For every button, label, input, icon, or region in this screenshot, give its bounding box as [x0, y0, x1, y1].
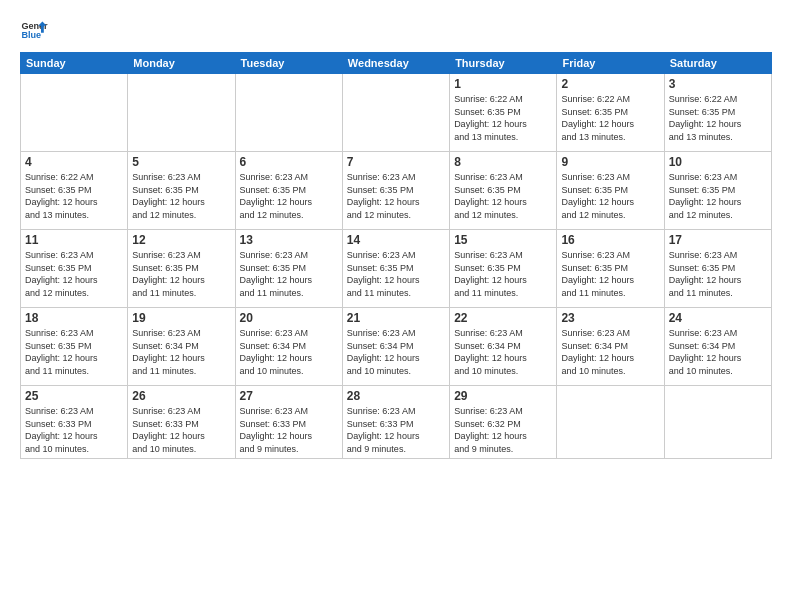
calendar-cell: 22Sunrise: 6:23 AM Sunset: 6:34 PM Dayli…: [450, 308, 557, 386]
calendar-cell: 7Sunrise: 6:23 AM Sunset: 6:35 PM Daylig…: [342, 152, 449, 230]
weekday-header: Monday: [128, 53, 235, 74]
day-info: Sunrise: 6:23 AM Sunset: 6:35 PM Dayligh…: [669, 249, 767, 299]
day-number: 12: [132, 233, 230, 247]
day-number: 6: [240, 155, 338, 169]
weekday-header: Saturday: [664, 53, 771, 74]
day-number: 14: [347, 233, 445, 247]
calendar-cell: 6Sunrise: 6:23 AM Sunset: 6:35 PM Daylig…: [235, 152, 342, 230]
calendar-cell: 3Sunrise: 6:22 AM Sunset: 6:35 PM Daylig…: [664, 74, 771, 152]
calendar-cell: 9Sunrise: 6:23 AM Sunset: 6:35 PM Daylig…: [557, 152, 664, 230]
day-number: 21: [347, 311, 445, 325]
day-number: 28: [347, 389, 445, 403]
day-info: Sunrise: 6:23 AM Sunset: 6:35 PM Dayligh…: [454, 171, 552, 221]
calendar-cell: 4Sunrise: 6:22 AM Sunset: 6:35 PM Daylig…: [21, 152, 128, 230]
logo-icon: General Blue: [20, 16, 48, 44]
day-number: 19: [132, 311, 230, 325]
calendar-cell: 27Sunrise: 6:23 AM Sunset: 6:33 PM Dayli…: [235, 386, 342, 459]
day-number: 5: [132, 155, 230, 169]
calendar-cell: 21Sunrise: 6:23 AM Sunset: 6:34 PM Dayli…: [342, 308, 449, 386]
day-number: 20: [240, 311, 338, 325]
day-info: Sunrise: 6:23 AM Sunset: 6:35 PM Dayligh…: [347, 171, 445, 221]
day-number: 7: [347, 155, 445, 169]
day-info: Sunrise: 6:22 AM Sunset: 6:35 PM Dayligh…: [669, 93, 767, 143]
day-number: 29: [454, 389, 552, 403]
calendar-cell: 26Sunrise: 6:23 AM Sunset: 6:33 PM Dayli…: [128, 386, 235, 459]
day-info: Sunrise: 6:23 AM Sunset: 6:34 PM Dayligh…: [132, 327, 230, 377]
calendar-cell: 19Sunrise: 6:23 AM Sunset: 6:34 PM Dayli…: [128, 308, 235, 386]
calendar-cell: [21, 74, 128, 152]
day-info: Sunrise: 6:22 AM Sunset: 6:35 PM Dayligh…: [454, 93, 552, 143]
calendar-week-row: 11Sunrise: 6:23 AM Sunset: 6:35 PM Dayli…: [21, 230, 772, 308]
day-number: 22: [454, 311, 552, 325]
day-number: 16: [561, 233, 659, 247]
calendar-cell: 13Sunrise: 6:23 AM Sunset: 6:35 PM Dayli…: [235, 230, 342, 308]
calendar-cell: 2Sunrise: 6:22 AM Sunset: 6:35 PM Daylig…: [557, 74, 664, 152]
calendar-week-row: 25Sunrise: 6:23 AM Sunset: 6:33 PM Dayli…: [21, 386, 772, 459]
calendar-cell: 18Sunrise: 6:23 AM Sunset: 6:35 PM Dayli…: [21, 308, 128, 386]
calendar-header-row: SundayMondayTuesdayWednesdayThursdayFrid…: [21, 53, 772, 74]
day-info: Sunrise: 6:23 AM Sunset: 6:35 PM Dayligh…: [25, 249, 123, 299]
calendar-cell: 25Sunrise: 6:23 AM Sunset: 6:33 PM Dayli…: [21, 386, 128, 459]
weekday-header: Wednesday: [342, 53, 449, 74]
day-number: 18: [25, 311, 123, 325]
calendar-cell: 17Sunrise: 6:23 AM Sunset: 6:35 PM Dayli…: [664, 230, 771, 308]
day-info: Sunrise: 6:23 AM Sunset: 6:33 PM Dayligh…: [25, 405, 123, 455]
page-header: General Blue: [20, 16, 772, 44]
weekday-header: Thursday: [450, 53, 557, 74]
calendar-cell: [664, 386, 771, 459]
day-number: 1: [454, 77, 552, 91]
calendar-cell: 11Sunrise: 6:23 AM Sunset: 6:35 PM Dayli…: [21, 230, 128, 308]
day-info: Sunrise: 6:22 AM Sunset: 6:35 PM Dayligh…: [25, 171, 123, 221]
calendar-cell: 5Sunrise: 6:23 AM Sunset: 6:35 PM Daylig…: [128, 152, 235, 230]
calendar-week-row: 1Sunrise: 6:22 AM Sunset: 6:35 PM Daylig…: [21, 74, 772, 152]
calendar-cell: [342, 74, 449, 152]
calendar-cell: 16Sunrise: 6:23 AM Sunset: 6:35 PM Dayli…: [557, 230, 664, 308]
calendar-cell: [557, 386, 664, 459]
weekday-header: Tuesday: [235, 53, 342, 74]
day-number: 11: [25, 233, 123, 247]
day-number: 25: [25, 389, 123, 403]
day-info: Sunrise: 6:23 AM Sunset: 6:35 PM Dayligh…: [669, 171, 767, 221]
day-number: 2: [561, 77, 659, 91]
day-number: 8: [454, 155, 552, 169]
calendar-table: SundayMondayTuesdayWednesdayThursdayFrid…: [20, 52, 772, 459]
day-info: Sunrise: 6:23 AM Sunset: 6:34 PM Dayligh…: [561, 327, 659, 377]
day-number: 24: [669, 311, 767, 325]
day-number: 23: [561, 311, 659, 325]
day-info: Sunrise: 6:23 AM Sunset: 6:34 PM Dayligh…: [347, 327, 445, 377]
day-number: 15: [454, 233, 552, 247]
calendar-cell: 15Sunrise: 6:23 AM Sunset: 6:35 PM Dayli…: [450, 230, 557, 308]
day-info: Sunrise: 6:23 AM Sunset: 6:35 PM Dayligh…: [561, 171, 659, 221]
weekday-header: Sunday: [21, 53, 128, 74]
day-info: Sunrise: 6:23 AM Sunset: 6:34 PM Dayligh…: [454, 327, 552, 377]
calendar-cell: [235, 74, 342, 152]
day-number: 17: [669, 233, 767, 247]
weekday-header: Friday: [557, 53, 664, 74]
calendar-cell: 1Sunrise: 6:22 AM Sunset: 6:35 PM Daylig…: [450, 74, 557, 152]
day-info: Sunrise: 6:23 AM Sunset: 6:34 PM Dayligh…: [669, 327, 767, 377]
day-info: Sunrise: 6:23 AM Sunset: 6:34 PM Dayligh…: [240, 327, 338, 377]
day-info: Sunrise: 6:23 AM Sunset: 6:33 PM Dayligh…: [347, 405, 445, 455]
calendar-cell: 14Sunrise: 6:23 AM Sunset: 6:35 PM Dayli…: [342, 230, 449, 308]
calendar-cell: 12Sunrise: 6:23 AM Sunset: 6:35 PM Dayli…: [128, 230, 235, 308]
calendar-cell: 24Sunrise: 6:23 AM Sunset: 6:34 PM Dayli…: [664, 308, 771, 386]
calendar-cell: 8Sunrise: 6:23 AM Sunset: 6:35 PM Daylig…: [450, 152, 557, 230]
day-info: Sunrise: 6:23 AM Sunset: 6:33 PM Dayligh…: [132, 405, 230, 455]
day-info: Sunrise: 6:23 AM Sunset: 6:32 PM Dayligh…: [454, 405, 552, 455]
calendar-cell: 10Sunrise: 6:23 AM Sunset: 6:35 PM Dayli…: [664, 152, 771, 230]
day-info: Sunrise: 6:23 AM Sunset: 6:35 PM Dayligh…: [240, 171, 338, 221]
day-info: Sunrise: 6:23 AM Sunset: 6:35 PM Dayligh…: [561, 249, 659, 299]
calendar-week-row: 4Sunrise: 6:22 AM Sunset: 6:35 PM Daylig…: [21, 152, 772, 230]
svg-text:Blue: Blue: [21, 30, 41, 40]
day-info: Sunrise: 6:23 AM Sunset: 6:35 PM Dayligh…: [240, 249, 338, 299]
day-number: 3: [669, 77, 767, 91]
calendar-week-row: 18Sunrise: 6:23 AM Sunset: 6:35 PM Dayli…: [21, 308, 772, 386]
day-number: 4: [25, 155, 123, 169]
day-info: Sunrise: 6:23 AM Sunset: 6:35 PM Dayligh…: [132, 249, 230, 299]
day-info: Sunrise: 6:22 AM Sunset: 6:35 PM Dayligh…: [561, 93, 659, 143]
calendar-cell: [128, 74, 235, 152]
day-number: 10: [669, 155, 767, 169]
day-info: Sunrise: 6:23 AM Sunset: 6:35 PM Dayligh…: [454, 249, 552, 299]
day-info: Sunrise: 6:23 AM Sunset: 6:33 PM Dayligh…: [240, 405, 338, 455]
calendar-cell: 20Sunrise: 6:23 AM Sunset: 6:34 PM Dayli…: [235, 308, 342, 386]
